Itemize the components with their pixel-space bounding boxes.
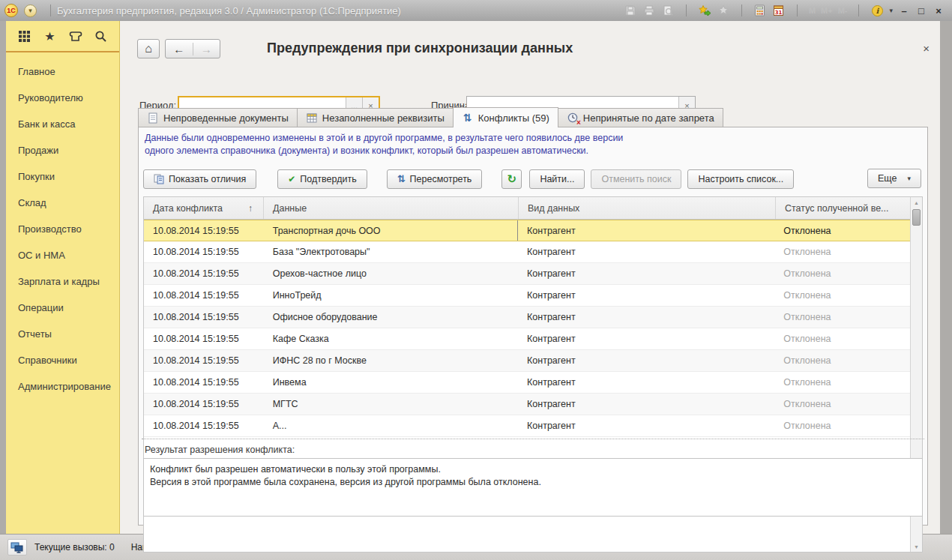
diff-icon	[154, 174, 164, 184]
tab-unposted-documents[interactable]: Непроведенные документы	[138, 108, 297, 127]
tab-conflicts[interactable]: ⇅ Конфликты (59)	[453, 107, 558, 127]
find-button[interactable]: Найти...	[529, 169, 585, 189]
cell-date: 10.08.2014 15:19:55	[144, 328, 264, 349]
main-area: ⌂ ← → Предупреждения при синхронизации д…	[120, 21, 940, 534]
sidebar-item-0[interactable]: Главное	[6, 58, 119, 85]
divider	[686, 4, 687, 16]
maximize-button[interactable]: □	[915, 5, 927, 16]
scroll-up-icon[interactable]: ▲	[911, 197, 922, 208]
info-text: Данные были одновременно изменены в этой…	[145, 132, 623, 157]
sidebar-item-7[interactable]: ОС и НМА	[6, 242, 119, 268]
save-icon[interactable]	[624, 4, 637, 17]
table-row[interactable]: 10.08.2014 15:19:55Кафе СказкаКонтрагент…	[144, 328, 910, 350]
scroll-down-icon[interactable]: ▼	[911, 541, 922, 552]
cell-date: 10.08.2014 15:19:55	[144, 415, 264, 436]
cell-status: Отклонена	[774, 372, 910, 393]
memory-store-button[interactable]: M	[809, 6, 816, 15]
column-header-data[interactable]: Данные	[264, 197, 519, 219]
history-icon[interactable]	[68, 28, 83, 43]
document-icon	[147, 112, 159, 124]
sidebar-item-2[interactable]: Банк и касса	[6, 111, 119, 137]
sidebar-item-5[interactable]: Склад	[6, 190, 119, 216]
cell-status: Отклонена	[774, 241, 910, 262]
sidebar-item-11[interactable]: Справочники	[6, 347, 119, 373]
refresh-icon: ↻	[507, 172, 517, 186]
titlebar: 1С ▾ Бухгалтерия предприятия, редакция 3…	[0, 0, 952, 21]
configure-list-button[interactable]: Настроить список...	[687, 169, 794, 189]
table-icon	[306, 112, 318, 124]
sidebar-item-10[interactable]: Отчеты	[6, 321, 119, 347]
cell-data: Орехов-частное лицо	[264, 263, 518, 284]
sidebar-item-1[interactable]: Руководителю	[6, 85, 119, 111]
refresh-button[interactable]: ↻	[501, 169, 522, 189]
cell-data: МГТС	[264, 394, 518, 415]
divider	[50, 4, 51, 16]
table-row[interactable]: 10.08.2014 15:19:55База "Электротовары"К…	[144, 241, 910, 263]
column-header-date[interactable]: Дата конфликта ↑	[144, 197, 264, 219]
cell-date: 10.08.2014 15:19:55	[144, 220, 264, 241]
cell-status: Отклонена	[774, 415, 910, 436]
memory-subtract-button[interactable]: M-	[838, 6, 848, 15]
info-dropdown-icon[interactable]: ▾	[889, 7, 893, 14]
home-icon: ⌂	[145, 42, 152, 55]
table-row[interactable]: 10.08.2014 15:19:55Офисное оборудованиеК…	[144, 307, 910, 328]
table-row[interactable]: 10.08.2014 15:19:55Транспортная дочь ООО…	[144, 220, 910, 241]
show-differences-button[interactable]: Показать отличия	[143, 169, 256, 189]
clock-denied-icon: ×	[567, 112, 579, 124]
page-close-button[interactable]: ×	[923, 42, 930, 55]
column-header-status[interactable]: Статус полученной ве...	[776, 197, 900, 219]
table-row[interactable]: 10.08.2014 15:19:55Орехов-частное лицоКо…	[144, 263, 910, 285]
table-row[interactable]: 10.08.2014 15:19:55МГТСКонтрагентОтклоне…	[144, 394, 910, 415]
back-button[interactable]: ←	[166, 43, 193, 55]
search-icon[interactable]	[94, 28, 109, 43]
more-button[interactable]: Еще ▾	[867, 169, 921, 188]
cell-data: Офисное оборудование	[264, 307, 518, 328]
sidebar-item-6[interactable]: Производство	[6, 216, 119, 242]
cell-date: 10.08.2014 15:19:55	[144, 372, 264, 393]
close-button[interactable]: ×	[933, 5, 945, 16]
conflicts-panel: Данные были одновременно изменены в этой…	[138, 127, 928, 526]
review-button[interactable]: ⇅ Пересмотреть	[387, 169, 483, 189]
sidebar-item-4[interactable]: Покупки	[6, 163, 119, 190]
result-label: Результат разрешения конфликта:	[145, 445, 295, 455]
print-icon[interactable]	[642, 4, 656, 17]
server-calls-icon[interactable]	[7, 539, 27, 556]
add-favorite-icon[interactable]	[698, 4, 711, 17]
cell-kind: Контрагент	[518, 394, 774, 415]
memory-add-button[interactable]: M+	[821, 6, 833, 15]
tab-unfilled-requisites[interactable]: Незаполненные реквизиты	[297, 108, 453, 127]
calculator-icon[interactable]	[753, 4, 767, 17]
info-icon[interactable]: i	[870, 4, 884, 17]
cell-status: Отклонена	[774, 350, 910, 371]
conflict-sync-icon: ⇅	[462, 112, 474, 124]
page-title: Предупреждения при синхронизации данных	[267, 40, 573, 56]
sidebar-item-3[interactable]: Продажи	[6, 137, 119, 163]
sidebar-item-8[interactable]: Зарплата и кадры	[6, 268, 119, 295]
calendar-icon[interactable]: 31	[772, 4, 786, 17]
scrollbar-thumb[interactable]	[912, 209, 921, 226]
favorites-icon[interactable]	[717, 4, 730, 17]
sections-grid-icon[interactable]	[16, 28, 31, 43]
table-header: Дата конфликта ↑ Данные Вид данных Стату…	[144, 197, 922, 220]
minimize-button[interactable]: –	[898, 5, 910, 16]
system-menu-button[interactable]: ▾	[24, 4, 37, 17]
cell-kind: Контрагент	[518, 350, 774, 371]
table-row[interactable]: 10.08.2014 15:19:55ИнноТрейдКонтрагентОт…	[144, 285, 910, 307]
arrow-left-icon: ←	[173, 43, 184, 55]
table-row[interactable]: 10.08.2014 15:19:55ИнвемаКонтрагентОткло…	[144, 372, 910, 394]
result-text-box: Конфликт был разрешен автоматически в по…	[143, 458, 923, 517]
print-preview-icon[interactable]	[661, 4, 675, 17]
tab-rejected-by-date[interactable]: × Непринятые по дате запрета	[558, 108, 723, 127]
forward-button[interactable]: →	[193, 43, 220, 55]
table-row[interactable]: 10.08.2014 15:19:55ИФНС 28 по г МосквеКо…	[144, 350, 910, 372]
divider	[142, 439, 924, 439]
sidebar-item-12[interactable]: Администрирование	[6, 373, 119, 400]
table-row[interactable]: 10.08.2014 15:19:55А...КонтрагентОтклоне…	[144, 415, 910, 437]
home-button[interactable]: ⌂	[137, 39, 160, 58]
confirm-button[interactable]: ✔ Подтвердить	[277, 169, 367, 189]
column-header-kind[interactable]: Вид данных	[519, 197, 776, 219]
sidebar-item-9[interactable]: Операции	[6, 295, 119, 321]
favorites-star-icon[interactable]: ★	[42, 28, 57, 43]
cell-kind: Контрагент	[518, 263, 774, 284]
cell-kind: Контрагент	[518, 307, 774, 328]
